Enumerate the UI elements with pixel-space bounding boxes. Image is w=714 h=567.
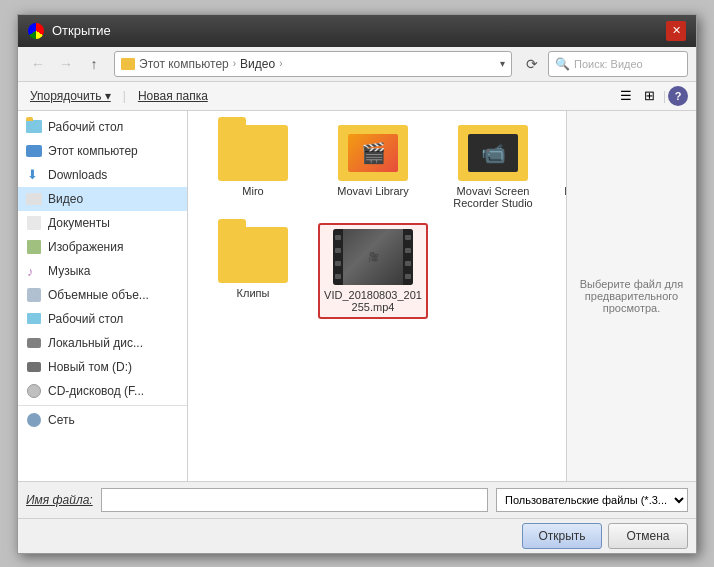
sidebar-item-documents[interactable]: Документы [18, 211, 187, 235]
organize-button[interactable]: Упорядочить ▾ [26, 87, 115, 105]
bottom-bar: Имя файла: Пользовательские файлы (*.3..… [18, 481, 696, 518]
preview-text: Выберите файл для предварительного просм… [577, 278, 686, 314]
sidebar-item-vol-d[interactable]: Новый том (D:) [18, 355, 187, 379]
address-dropdown-icon[interactable]: ▾ [500, 58, 505, 69]
local-disk-icon [27, 338, 41, 348]
folder-icon [121, 58, 135, 70]
file-item-clips[interactable]: Клипы [198, 223, 308, 319]
file-item-movavi-library[interactable]: 🎬 Movavi Library [318, 121, 428, 213]
cd-icon [27, 384, 41, 398]
help-button[interactable]: ? [668, 86, 688, 106]
breadcrumb-sep1: › [233, 58, 236, 69]
cancel-button[interactable]: Отмена [608, 523, 688, 549]
breadcrumb-sep2: › [279, 58, 282, 69]
sidebar-label-network: Сеть [48, 413, 75, 427]
sidebar-item-downloads[interactable]: ⬇ Downloads [18, 163, 187, 187]
documents-icon [27, 216, 41, 230]
sidebar-item-video[interactable]: Видео [18, 187, 187, 211]
file-item-miro[interactable]: Miro [198, 121, 308, 213]
filename-input[interactable] [101, 488, 488, 512]
download-icon: ⬇ [27, 168, 41, 182]
folder-icon-movavi-screen: 📹 [458, 125, 528, 181]
sidebar-label-video: Видео [48, 192, 83, 206]
file-label-vid: VID_20180803_201255.mp4 [324, 289, 422, 313]
up-button[interactable]: ↑ [82, 52, 106, 76]
sidebar-label-desktop2: Рабочий стол [48, 312, 123, 326]
sidebar-label-desktop: Рабочий стол [48, 120, 123, 134]
preview-area: Выберите файл для предварительного просм… [566, 111, 696, 481]
music-icon: ♪ [27, 264, 41, 278]
search-placeholder: Поиск: Видео [574, 58, 643, 70]
address-bar[interactable]: Этот компьютер › Видео › ▾ [114, 51, 512, 77]
sidebar-item-3d[interactable]: Объемные объе... [18, 283, 187, 307]
file-label-movavi-screen: Movavi Screen Recorder Studio [443, 185, 543, 209]
desktop-icon [26, 120, 42, 133]
chrome-icon [28, 23, 44, 39]
file-label-miro: Miro [242, 185, 263, 197]
breadcrumb-video: Видео [240, 57, 275, 71]
3d-icon [27, 288, 41, 302]
file-area: Miro 🎬 Movavi Library 📹 Movavi Screen Re… [188, 111, 566, 481]
search-bar[interactable]: 🔍 Поиск: Видео [548, 51, 688, 77]
sidebar-label-cd: CD-дисковод (F... [48, 384, 144, 398]
dialog-title: Открытие [52, 23, 111, 38]
sidebar: Рабочий стол Этот компьютер ⬇ Downloads [18, 111, 188, 481]
breadcrumb-computer: Этот компьютер [139, 57, 229, 71]
sidebar-label-local-disk: Локальный дис... [48, 336, 143, 350]
sidebar-label-music: Музыка [48, 264, 90, 278]
sidebar-item-cd[interactable]: CD-дисковод (F... [18, 379, 187, 403]
sidebar-label-computer: Этот компьютер [48, 144, 138, 158]
new-folder-button[interactable]: Новая папка [134, 87, 212, 105]
network-icon [27, 413, 41, 427]
file-item-movavi-screen[interactable]: 📹 Movavi Screen Recorder Studio [438, 121, 548, 213]
view-buttons: ☰ ⊞ | ? [615, 85, 688, 107]
back-button[interactable]: ← [26, 52, 50, 76]
search-icon: 🔍 [555, 57, 570, 71]
folder-icon-movavi-library: 🎬 [338, 125, 408, 181]
file-label-clips: Клипы [237, 287, 270, 299]
images-icon [27, 240, 41, 254]
open-dialog: Открытие ✕ ← → ↑ Этот компьютер › Видео … [17, 14, 697, 554]
sidebar-label-documents: Документы [48, 216, 110, 230]
sidebar-item-network[interactable]: Сеть [18, 408, 187, 432]
sidebar-item-desktop[interactable]: Рабочий стол [18, 115, 187, 139]
vol-d-icon [27, 362, 41, 372]
file-item-vid[interactable]: 🎥 VID_20180803_201255.mp4 [318, 223, 428, 319]
sidebar-label-downloads: Downloads [48, 168, 107, 182]
filename-label: Имя файла: [26, 493, 93, 507]
refresh-button[interactable]: ⟳ [520, 52, 544, 76]
sidebar-label-3d: Объемные объе... [48, 288, 149, 302]
title-bar: Открытие ✕ [18, 15, 696, 47]
address-toolbar: ← → ↑ Этот компьютер › Видео › ▾ ⟳ 🔍 Пои… [18, 47, 696, 82]
sidebar-item-local-disk[interactable]: Локальный дис... [18, 331, 187, 355]
sidebar-item-computer[interactable]: Этот компьютер [18, 139, 187, 163]
sidebar-item-music[interactable]: ♪ Музыка [18, 259, 187, 283]
video-icon [26, 193, 42, 205]
filetype-select[interactable]: Пользовательские файлы (*.3... [496, 488, 688, 512]
main-content: Рабочий стол Этот компьютер ⬇ Downloads [18, 111, 696, 481]
action-bar: Упорядочить ▾ | Новая папка ☰ ⊞ | ? [18, 82, 696, 111]
file-label-movavi-library: Movavi Library [337, 185, 409, 197]
folder-icon-clips [218, 227, 288, 283]
video-thumb-vid: 🎥 [333, 229, 413, 285]
sidebar-label-images: Изображения [48, 240, 123, 254]
sidebar-label-vol-d: Новый том (D:) [48, 360, 132, 374]
sidebar-item-images[interactable]: Изображения [18, 235, 187, 259]
forward-button[interactable]: → [54, 52, 78, 76]
file-item-movavi-editor[interactable]: Movavi Video Editor [558, 121, 566, 213]
folder-icon-miro [218, 125, 288, 181]
film-strip-right [403, 229, 413, 285]
computer-icon [26, 145, 42, 157]
sidebar-item-desktop2[interactable]: Рабочий стол [18, 307, 187, 331]
desktop2-icon [27, 313, 41, 324]
view-grid-button[interactable]: ⊞ [639, 85, 661, 107]
action-buttons: Открыть Отмена [18, 518, 696, 553]
open-button[interactable]: Открыть [522, 523, 602, 549]
view-list-button[interactable]: ☰ [615, 85, 637, 107]
film-strip-left [333, 229, 343, 285]
video-thumb-inner: 🎥 [343, 229, 403, 285]
close-button[interactable]: ✕ [666, 21, 686, 41]
